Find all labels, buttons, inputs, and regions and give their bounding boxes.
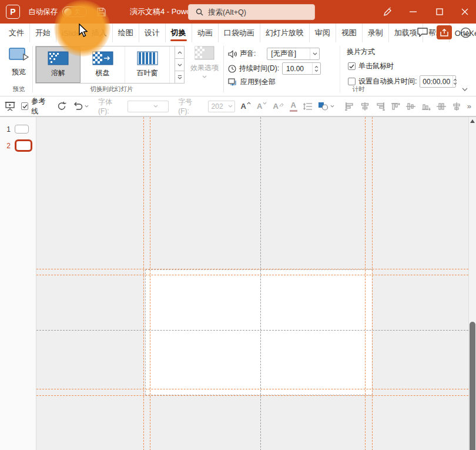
spinner-arrows-icon[interactable]: [452, 76, 457, 87]
gallery-scroll-down[interactable]: [175, 58, 185, 71]
guide-horizontal-orange[interactable]: [36, 395, 468, 396]
collapse-ribbon-chevron[interactable]: [462, 88, 468, 91]
scrollbar-up-arrow[interactable]: [470, 119, 475, 123]
guide-horizontal-center[interactable]: [36, 330, 468, 331]
slideshow-from-current-icon[interactable]: [5, 101, 15, 111]
check-icon: [22, 104, 28, 109]
chevron-down-icon: [226, 105, 234, 108]
gallery-scroll-up[interactable]: [175, 46, 185, 58]
apply-to-all-button[interactable]: 应用到全部: [228, 77, 276, 87]
guide-horizontal-orange[interactable]: [36, 275, 468, 275]
minimize-button[interactable]: [403, 0, 423, 24]
spinner-arrows-icon[interactable]: [312, 63, 320, 74]
search-input[interactable]: [208, 8, 296, 16]
duration-spinbox[interactable]: 10.00: [282, 62, 321, 75]
duration-value: 10.00: [283, 65, 312, 73]
transition-blinds[interactable]: 百叶窗: [125, 46, 170, 83]
distribute-vertical-icon[interactable]: [452, 102, 461, 111]
chevron-down-icon: [202, 75, 207, 78]
transition-dissolve[interactable]: 溶解: [36, 46, 81, 83]
insert-shape-button[interactable]: [318, 102, 334, 111]
ink-pen-icon[interactable]: [377, 0, 397, 24]
guides-checkbox[interactable]: [21, 102, 28, 110]
vertical-scrollbar[interactable]: [468, 117, 476, 450]
slide-thumbnail-panel: 1 2: [0, 117, 36, 450]
preview-button-label: 预览: [7, 67, 31, 77]
tab-view[interactable]: 视图: [336, 24, 363, 42]
tab-transitions[interactable]: 切换: [166, 24, 192, 42]
guide-vertical-orange[interactable]: [150, 117, 150, 450]
increase-font-size-button[interactable]: A: [241, 102, 251, 111]
redo-icon[interactable]: [57, 101, 67, 111]
workspace: 1 2: [0, 116, 476, 450]
line-spacing-icon[interactable]: [303, 103, 312, 110]
tab-home[interactable]: 开始: [30, 24, 56, 42]
guide-vertical-orange[interactable]: [365, 117, 366, 450]
ribbon-separator: [32, 46, 33, 92]
tab-record[interactable]: 录制: [363, 24, 389, 42]
scrollbar-thumb[interactable]: [470, 322, 475, 450]
guide-horizontal-orange[interactable]: [36, 269, 468, 269]
guide-vertical-orange[interactable]: [372, 117, 373, 450]
chevron-down-icon: [310, 48, 319, 59]
sound-dropdown[interactable]: [无声音]: [267, 48, 320, 60]
align-bottom-icon[interactable]: [421, 102, 431, 111]
transition-checkerboard[interactable]: 棋盘: [81, 46, 125, 83]
transitions-gallery: 溶解 棋盘 百叶窗: [35, 46, 185, 84]
font-size-combo[interactable]: 202: [208, 101, 235, 112]
guide-vertical-center[interactable]: [260, 117, 261, 450]
slide-page[interactable]: [145, 269, 373, 395]
auto-advance-checkbox[interactable]: [348, 78, 356, 85]
tab-islide[interactable]: iSlide: [56, 24, 86, 42]
tab-pocket-animation[interactable]: 口袋动画: [219, 24, 260, 42]
auto-advance-spinbox[interactable]: 00:00.00: [420, 75, 456, 88]
maximize-button[interactable]: [430, 0, 450, 24]
slide-thumbnail-box[interactable]: [15, 125, 29, 134]
effect-options-button[interactable]: 效果选项: [189, 46, 220, 78]
tab-draw[interactable]: 绘图: [113, 24, 139, 42]
tab-file[interactable]: 文件: [4, 24, 30, 42]
ribbon-transitions: 预览 预览 溶解 棋盘: [0, 42, 476, 96]
on-mouse-click-checkbox[interactable]: [348, 62, 356, 70]
feedback-smiley-icon[interactable]: [460, 27, 471, 38]
font-color-button[interactable]: A: [290, 101, 297, 112]
undo-icon[interactable]: [73, 102, 89, 111]
tab-review[interactable]: 审阅: [310, 24, 336, 42]
guide-horizontal-orange[interactable]: [36, 389, 468, 389]
preview-icon: [8, 47, 30, 65]
distribute-horizontal-icon[interactable]: [437, 102, 446, 111]
toolbar-overflow-button[interactable]: »: [467, 102, 471, 111]
comments-icon[interactable]: [417, 27, 428, 38]
slide-number: 1: [5, 125, 11, 134]
decrease-font-size-button[interactable]: A: [257, 102, 267, 111]
duration-label: 持续时间(D):: [239, 64, 279, 74]
tab-design[interactable]: 设计: [139, 24, 166, 42]
timing-group-label: 计时: [329, 85, 388, 94]
quick-toolbar: 参考线 字体(F): 字号(F): 202 A A A A: [0, 96, 476, 116]
align-center-icon[interactable]: [360, 102, 370, 111]
tab-slide-show[interactable]: 幻灯片放映: [260, 24, 310, 42]
align-right-icon[interactable]: [376, 102, 385, 111]
tab-insert[interactable]: 插入: [86, 24, 113, 42]
font-style-button[interactable]: A: [273, 102, 283, 111]
save-icon[interactable]: [96, 7, 106, 17]
guides-toggle[interactable]: 参考线: [21, 96, 51, 116]
share-button[interactable]: [437, 25, 452, 39]
align-left-icon[interactable]: [345, 102, 354, 111]
slide-editing-canvas[interactable]: [36, 117, 476, 450]
tab-animations[interactable]: 动画: [192, 24, 219, 42]
gallery-more-button[interactable]: [175, 71, 185, 84]
guides-label: 参考线: [31, 96, 51, 116]
align-top-icon[interactable]: [391, 102, 400, 111]
close-button[interactable]: [455, 0, 475, 24]
preview-button[interactable]: 预览: [7, 47, 31, 77]
align-middle-icon[interactable]: [406, 102, 415, 111]
transition-label: 溶解: [51, 68, 65, 78]
search-box[interactable]: [188, 4, 315, 20]
font-name-combo[interactable]: [128, 101, 169, 112]
guide-vertical-orange[interactable]: [143, 117, 144, 450]
slide-thumbnail-1[interactable]: 1: [5, 125, 29, 134]
slide-thumbnail-box[interactable]: [15, 139, 32, 152]
slide-thumbnail-2[interactable]: 2: [5, 139, 32, 152]
autosave-toggle[interactable]: 关: [62, 6, 87, 17]
